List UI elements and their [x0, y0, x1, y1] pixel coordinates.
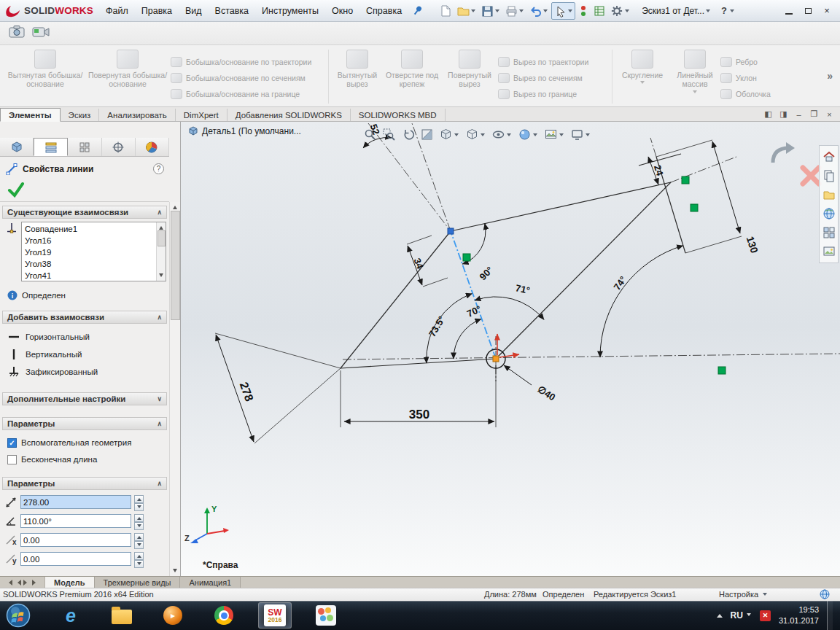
tab-sw-addins[interactable]: Добавления SOLIDWORKS	[228, 109, 351, 121]
print-button[interactable]	[503, 3, 526, 19]
scrollbar-thumb[interactable]	[171, 211, 180, 320]
view-palette-button[interactable]	[821, 225, 837, 241]
selected-construction-line[interactable]	[451, 231, 496, 359]
document-selector[interactable]: Эскиз1 от Дет...	[639, 4, 714, 18]
tab-features[interactable]: Элементы	[0, 108, 61, 122]
section-parameters[interactable]: Параметры∧	[2, 477, 167, 490]
record-video-button[interactable]	[32, 25, 50, 42]
exit-sketch-button[interactable]	[769, 141, 798, 168]
dimension-labels[interactable]: 350 278 34 52 24 130 90° 71° 70° 73.5° 7…	[238, 122, 761, 421]
taskbar-paint[interactable]	[309, 602, 343, 629]
menu-help[interactable]: Справка	[359, 2, 408, 20]
units-globe-button[interactable]	[820, 589, 830, 601]
angle-field[interactable]	[20, 514, 131, 528]
dimension-lines[interactable]	[216, 138, 740, 442]
pm-tab-featuremanager[interactable]	[0, 138, 34, 156]
show-desktop-button[interactable]	[827, 601, 833, 630]
minimize-button[interactable]	[780, 4, 798, 18]
view-orientation-button[interactable]	[439, 128, 460, 141]
pm-tab-configurationmanager[interactable]	[68, 138, 101, 156]
revolved-boss-button[interactable]: Повернутая бобышка/основание	[85, 48, 171, 89]
length-spinner[interactable]	[134, 495, 144, 509]
home-button[interactable]	[821, 149, 837, 165]
list-item[interactable]: Совпадение1	[22, 223, 155, 235]
save-button[interactable]	[479, 3, 502, 19]
length-field[interactable]	[20, 495, 131, 509]
shell-button[interactable]: Оболочка	[720, 86, 785, 102]
open-button[interactable]	[455, 3, 478, 19]
panel-scrollbar[interactable]	[169, 202, 180, 576]
menu-view[interactable]: Вид	[179, 2, 209, 20]
screen-capture-button[interactable]	[9, 25, 25, 42]
help-button[interactable]: ?	[721, 5, 727, 16]
x-spinner[interactable]	[134, 533, 144, 547]
doc-restore-button[interactable]: ❒	[808, 109, 820, 120]
origin-vertex[interactable]	[493, 356, 499, 362]
swept-cut-button[interactable]: Вырез по траектории	[498, 54, 609, 70]
restore-button[interactable]	[799, 4, 817, 18]
menu-edit[interactable]: Правка	[135, 2, 179, 20]
hole-wizard-button[interactable]: Отверстие под крепеж	[383, 48, 441, 89]
model-tab[interactable]: Модель	[45, 577, 95, 588]
section-existing-relations[interactable]: Существующие взаимосвязи∧	[2, 206, 167, 219]
custom-menu-button[interactable]: Настройка	[719, 590, 768, 599]
boundary-cut-button[interactable]: Вырез по границе	[498, 86, 609, 102]
menu-insert[interactable]: Вставка	[209, 2, 255, 20]
taskbar-solidworks[interactable]: SW2016	[258, 602, 292, 629]
section-view-button[interactable]	[420, 128, 434, 141]
section-add-relations[interactable]: Добавить взаимосвязи∧	[2, 311, 167, 324]
animation-tab[interactable]: Анимация1	[180, 577, 241, 588]
checkbox-construction-geometry[interactable]: ✓ Вспомогательная геометрия	[7, 435, 169, 450]
options-button[interactable]	[609, 3, 631, 19]
appearances-scenes-button[interactable]	[821, 244, 837, 260]
tab-sketch[interactable]: Эскиз	[61, 109, 100, 121]
tab-evaluate[interactable]: Анализировать	[99, 109, 175, 121]
menu-file[interactable]: Файл	[99, 2, 135, 20]
close-button[interactable]: ×	[818, 4, 836, 18]
construction-lines[interactable]	[343, 123, 840, 381]
lofted-boss-button[interactable]: Бобышка/основание по сечениям	[171, 70, 325, 86]
extruded-cut-button[interactable]: Вытянутый вырез	[332, 48, 383, 89]
feature-tree-item[interactable]: Деталь1 (По умолчани...	[188, 126, 301, 136]
pm-help-button[interactable]: ?	[153, 163, 164, 174]
taskbar-chrome[interactable]	[207, 602, 241, 629]
3d-views-tab[interactable]: Трехмерные виды	[95, 577, 181, 588]
menu-tools[interactable]: Инструменты	[255, 2, 325, 20]
taskbar-clock[interactable]: 19:53 31.01.2017	[779, 604, 819, 626]
undo-button[interactable]	[527, 3, 550, 19]
tab-scroll-buttons[interactable]	[0, 577, 45, 588]
revolved-cut-button[interactable]: Повернутый вырез	[441, 48, 498, 89]
linear-pattern-button[interactable]: Линейный массив	[669, 48, 720, 96]
display-style-button[interactable]	[465, 128, 486, 141]
hide-show-button[interactable]	[491, 128, 513, 141]
relation-badges[interactable]	[463, 176, 726, 374]
listbox-scrollbar[interactable]	[156, 222, 166, 281]
zoom-fit-button[interactable]	[363, 128, 377, 141]
language-indicator[interactable]: RU	[731, 610, 752, 621]
tray-alert-icon[interactable]: ✕	[760, 610, 771, 621]
pm-tab-dimxpertmanager[interactable]	[102, 138, 136, 156]
zoom-area-button[interactable]	[382, 128, 396, 141]
hidden-icons-button[interactable]	[717, 611, 723, 618]
sketch-lines[interactable]	[341, 154, 685, 368]
lofted-cut-button[interactable]: Вырез по сечениям	[498, 70, 609, 86]
scene-button[interactable]	[544, 128, 565, 141]
tab-dimxpert[interactable]: DimXpert	[176, 109, 228, 121]
swept-boss-button[interactable]: Бобышка/основание по траектории	[171, 54, 325, 70]
selection-filter-button[interactable]	[577, 3, 590, 19]
sketch-canvas[interactable]: 350 278 34 52 24 130 90° 71° 70° 73.5° 7…	[181, 122, 840, 576]
pm-tab-propertymanager[interactable]	[34, 138, 68, 156]
ribbon-expand-button[interactable]: »	[827, 48, 840, 82]
pin-menu-button[interactable]	[413, 5, 423, 16]
y-spinner[interactable]	[134, 552, 144, 566]
list-item[interactable]: Угол16	[22, 235, 155, 246]
section-advanced[interactable]: Дополнительные настройки∨	[2, 392, 167, 405]
taskbar-internet-explorer[interactable]: e	[54, 602, 88, 629]
accept-button[interactable]	[7, 182, 25, 200]
list-item[interactable]: Угол19	[22, 246, 155, 258]
design-library-button[interactable]	[821, 187, 837, 203]
doc-close-button[interactable]: ×	[823, 109, 836, 120]
list-item[interactable]: Угол41	[22, 270, 155, 281]
fillet-button[interactable]: Скругление	[615, 48, 669, 86]
taskbar-file-explorer[interactable]	[105, 602, 139, 629]
